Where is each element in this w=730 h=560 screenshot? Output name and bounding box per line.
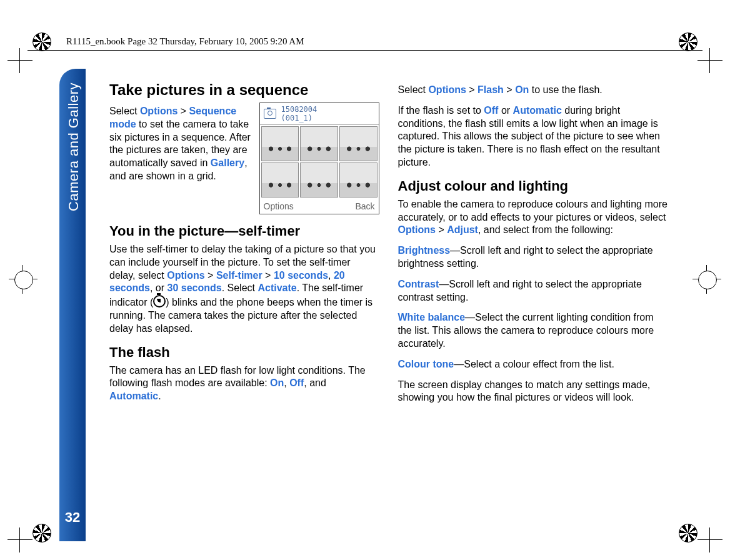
text: , [328, 270, 334, 281]
softkey-back: Back [355, 201, 374, 211]
thumbnail [261, 126, 299, 161]
adjust-final-paragraph: The screen display changes to match any … [398, 379, 668, 405]
registration-mark-icon [679, 32, 698, 51]
phone-screenshot: 15082004 (001_1) Options Back [259, 102, 379, 214]
text: Select [109, 106, 140, 116]
kw-automatic: Automatic [513, 105, 562, 116]
crop-mark-icon [12, 532, 28, 548]
kw-options: Options [398, 224, 436, 235]
self-timer-paragraph: Use the self-timer to delay the taking o… [109, 243, 379, 336]
timer-icon [153, 295, 166, 308]
kw-on: On [270, 378, 284, 388]
text: , or [150, 282, 168, 293]
text: > [262, 270, 274, 281]
kw-activate: Activate [258, 282, 296, 293]
kw-options: Options [140, 106, 178, 116]
section-tab-label: Camera and Gallery [66, 82, 82, 211]
right-column: Select Options > Flash > On to use the f… [398, 81, 668, 529]
kw-adjust: Adjust [447, 224, 478, 235]
kw-contrast: Contrast [398, 279, 439, 289]
camera-icon [264, 109, 276, 119]
kw-brightness: Brightness [398, 245, 451, 256]
kw-white-balance: White balance [398, 312, 466, 322]
print-header: R1115_en.book Page 32 Thursday, February… [66, 36, 304, 47]
text: to use the flash. [529, 84, 602, 95]
heading-adjust: Adjust colour and lighting [398, 178, 668, 194]
text: , and [304, 378, 326, 388]
kw-flash: Flash [478, 84, 504, 95]
text: > [466, 84, 478, 95]
kw-automatic: Automatic [109, 391, 158, 401]
kw-30s: 30 seconds [167, 282, 221, 293]
thumbnail [300, 162, 338, 198]
text: , [284, 378, 289, 388]
thumbnail-grid [260, 125, 379, 199]
flash-auto-paragraph: If the flash is set to Off or Automatic … [398, 104, 668, 169]
text: > [504, 84, 515, 95]
adjust-intro-paragraph: To enable the camera to reproduce colour… [398, 198, 668, 237]
text: , and select from the following: [478, 224, 613, 235]
text: Select [398, 84, 429, 95]
crop-mark-icon [12, 53, 28, 68]
text: . Select [222, 282, 258, 293]
kw-10s: 10 seconds [274, 270, 328, 281]
text: or [498, 105, 512, 116]
text: > [205, 270, 216, 281]
kw-on: On [515, 84, 529, 95]
text: > [178, 106, 189, 116]
header-rule [28, 50, 702, 51]
text: —Select a colour effect from the list. [454, 359, 614, 369]
side-crop-icon [12, 269, 34, 290]
thumbnail [300, 126, 338, 161]
heading-flash: The flash [109, 344, 379, 361]
registration-mark-icon [679, 524, 698, 542]
kw-colour-tone: Colour tone [398, 359, 454, 369]
text: The camera has an LED flash for low ligh… [109, 365, 366, 389]
kw-options: Options [428, 84, 466, 95]
crop-mark-icon [702, 53, 718, 68]
kw-off: Off [484, 105, 498, 116]
text: To enable the camera to reproduce colour… [398, 199, 668, 222]
text: . [158, 391, 161, 401]
thumbnail [339, 126, 378, 161]
white-balance-line: White balance—Select the current lightin… [398, 311, 668, 350]
shot-date: 15082004 [281, 105, 318, 114]
flash-select-paragraph: Select Options > Flash > On to use the f… [398, 84, 668, 97]
registration-mark-icon [32, 524, 51, 542]
kw-options: Options [167, 270, 204, 281]
kw-self-timer: Self-timer [216, 270, 262, 281]
page-number: 32 [59, 509, 86, 526]
heading-self-timer: You in the picture—self-timer [109, 223, 379, 239]
heading-sequence: Take pictures in a sequence [109, 81, 379, 99]
left-column: Take pictures in a sequence Select Optio… [109, 81, 379, 529]
section-side-bar: Camera and Gallery 32 [59, 69, 86, 541]
thumbnail [339, 162, 378, 198]
thumbnail [261, 162, 299, 198]
sequence-paragraph: Select Options > Sequence mode to set th… [109, 105, 253, 183]
registration-mark-icon [32, 32, 51, 51]
softkey-options: Options [264, 201, 294, 211]
crop-mark-icon [702, 532, 718, 548]
flash-paragraph: The camera has an LED flash for low ligh… [109, 364, 379, 403]
text: If the flash is set to [398, 105, 484, 116]
kw-gallery: Gallery [211, 158, 244, 168]
shot-id: (001_1) [281, 114, 313, 122]
brightness-line: Brightness—Scroll left and right to sele… [398, 244, 668, 271]
colour-tone-line: Colour tone—Select a colour effect from … [398, 358, 668, 371]
contrast-line: Contrast—Scroll left and right to select… [398, 278, 668, 304]
side-crop-icon [696, 269, 718, 290]
kw-off: Off [289, 378, 304, 388]
text: > [436, 224, 447, 235]
